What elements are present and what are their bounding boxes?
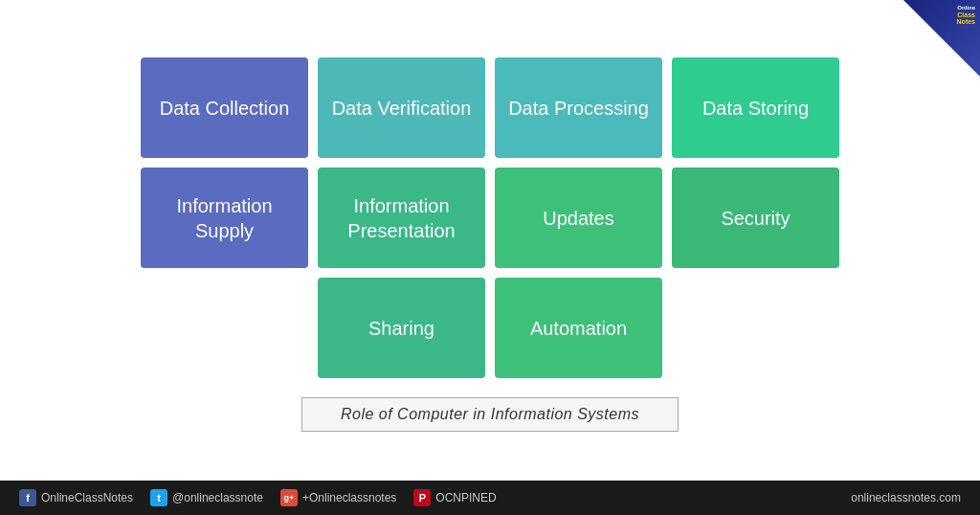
grid-cell-information-supply: Information Supply (141, 168, 308, 268)
footer-website: onlineclassnotes.com (851, 491, 961, 504)
footer-social-label: @onlineclassnote (172, 491, 263, 504)
footer-social-label: +Onlineclassnotes (302, 491, 396, 504)
caption-box: Role of Computer in Information Systems (301, 397, 679, 432)
fb-icon: f (19, 489, 36, 506)
gp-icon: g+ (280, 489, 298, 506)
grid-cell-empty-20 (141, 278, 308, 378)
footer: fOnlineClassNotest@onlineclassnoteg++Onl… (0, 481, 980, 515)
footer-item-fb[interactable]: fOnlineClassNotes (19, 489, 133, 506)
grid-cell-data-verification: Data Verification (318, 57, 485, 158)
grid-cell-data-storing: Data Storing (672, 57, 839, 158)
grid-cell-automation: Automation (495, 278, 662, 378)
footer-social-label: OCNPINED (435, 491, 496, 504)
pt-icon: P (413, 489, 431, 506)
grid-cell-sharing: Sharing (318, 278, 485, 378)
footer-item-gp[interactable]: g++Onlineclassnotes (280, 489, 396, 506)
concept-grid: Data CollectionData VerificationData Pro… (96, 57, 884, 378)
tw-icon: t (150, 489, 167, 506)
grid-cell-information-presentation: Information Presentation (318, 168, 485, 268)
grid-cell-security: Security (672, 168, 839, 268)
grid-cell-data-collection: Data Collection (141, 57, 308, 158)
grid-cell-updates: Updates (495, 168, 662, 268)
caption-container: Role of Computer in Information Systems (96, 397, 884, 432)
logo-badge: Online Class Notes (957, 5, 975, 26)
footer-item-tw[interactable]: t@onlineclassnote (150, 489, 263, 506)
grid-cell-data-processing: Data Processing (495, 57, 662, 158)
footer-item-pt[interactable]: POCNPINED (413, 489, 496, 506)
grid-cell-empty-23 (672, 278, 839, 378)
footer-social-label: OnlineClassNotes (41, 491, 133, 504)
main-content: Data CollectionData VerificationData Pro… (0, 0, 980, 451)
